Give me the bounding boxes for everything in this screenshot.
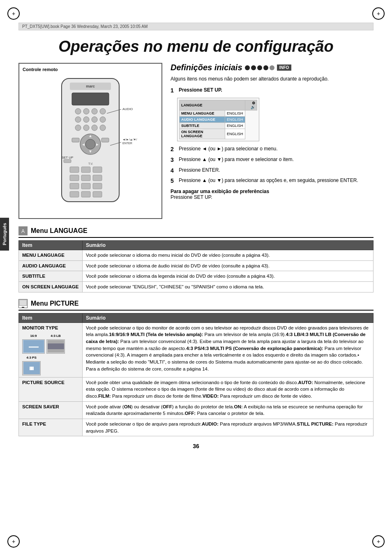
setup-row-onscreen: ON SCREEN LANGUAGE ENGLISH xyxy=(180,129,257,139)
picture-table-header-summary: Sumário xyxy=(83,313,374,322)
step-1: 1 Pressione SET UP. xyxy=(171,87,374,95)
dot-2 xyxy=(251,65,256,70)
dot-indicators xyxy=(245,65,274,70)
svg-point-4 xyxy=(75,108,81,114)
svg-point-14 xyxy=(92,125,97,131)
svg-rect-52 xyxy=(48,343,64,349)
svg-rect-24 xyxy=(72,138,79,142)
picture-desc-2: Você pode ativar (ON) ou desativar (OFF)… xyxy=(83,401,374,419)
step-2: 2 Pressione ◄ (ou ►) para selecionar o m… xyxy=(171,145,374,154)
svg-rect-3 xyxy=(72,93,109,105)
svg-point-11 xyxy=(100,117,106,122)
svg-point-6 xyxy=(92,108,97,114)
language-desc-2: Você pode selecionar o idioma da legenda… xyxy=(83,271,374,282)
picture-icon: ▬ xyxy=(18,299,28,308)
step-3: 3 Pressione ▲ (ou ▼) para mover e seleci… xyxy=(171,156,374,164)
picture-desc-1: Você pode obter uma qualidade de imagem … xyxy=(83,377,374,401)
svg-text:▬▬▬: ▬▬▬ xyxy=(29,345,39,348)
svg-point-15 xyxy=(100,125,106,131)
svg-rect-31 xyxy=(70,167,79,173)
svg-rect-41 xyxy=(81,191,90,197)
svg-point-10 xyxy=(92,117,97,122)
svg-rect-33 xyxy=(93,167,102,173)
svg-rect-36 xyxy=(93,175,102,181)
svg-point-19 xyxy=(85,139,95,149)
svg-rect-32 xyxy=(81,167,90,173)
svg-rect-39 xyxy=(93,183,102,189)
language-section-heading: A Menu LANGUAGE xyxy=(18,226,374,238)
dot-3 xyxy=(257,65,262,70)
remote-box-title: Controle remoto xyxy=(23,67,158,72)
picture-item-2: SCREEN SAVER xyxy=(19,401,83,419)
svg-rect-34 xyxy=(70,175,79,181)
svg-point-13 xyxy=(83,125,89,131)
definitions-title: Definições iniciais INFO xyxy=(171,63,374,72)
setup-row-menu: MENU LANGUAGE ENGLISH xyxy=(180,111,257,117)
language-tab: Português xyxy=(0,218,9,251)
setup-table-header: LANGUAGE xyxy=(180,100,245,111)
setup-row-audio: AUDIO LANGUAGE ENGLISH xyxy=(180,117,257,123)
dot-1 xyxy=(245,65,250,70)
picture-table-row: SCREEN SAVERVocê pode ativar (ON) ou des… xyxy=(19,401,374,419)
language-table-row: AUDIO LANGUAGEVocê pode selecionar o idi… xyxy=(19,260,374,271)
def-intro-text: Alguns itens nos menus não podem ser alt… xyxy=(171,76,374,83)
svg-rect-40 xyxy=(70,191,79,197)
setup-table: LANGUAGE ⚙ 🔊 MENU LANGUAGE ENGLISH AUDIO… xyxy=(179,100,257,139)
page-number: 36 xyxy=(0,443,392,449)
svg-text:A: A xyxy=(21,228,25,234)
svg-text:marc: marc xyxy=(86,84,95,88)
page-title: Operações no menu de configuração xyxy=(18,38,374,55)
language-table-header-summary: Sumário xyxy=(83,241,374,250)
svg-text:ENTER: ENTER xyxy=(122,142,132,145)
para-apagar: Para apagar uma exibição de preferências… xyxy=(171,189,374,200)
remote-control-box: Controle remoto marc xyxy=(18,63,162,219)
language-desc-1: Você pode selecionar o idioma de áudio i… xyxy=(83,260,374,271)
language-desc-0: Você pode selecionar o idioma do menu in… xyxy=(83,250,374,261)
language-item-0: MENU LANGUAGE xyxy=(19,250,83,261)
svg-text:▼: ▼ xyxy=(88,149,92,154)
svg-rect-27 xyxy=(64,159,71,163)
step-4: 4 Pressione ENTER. xyxy=(171,167,374,175)
picture-section-heading: ▬ Menu PICTURE xyxy=(18,299,374,311)
step-5: 5 Pressione ▲ (ou ▼) para selecionar as … xyxy=(171,177,374,185)
step-list-2: 2 Pressione ◄ (ou ►) para selecionar o m… xyxy=(171,145,374,185)
svg-text:SET UP: SET UP xyxy=(62,156,74,159)
picture-menu-title: Menu PICTURE xyxy=(31,300,78,307)
svg-text:T.V.: T.V. xyxy=(88,162,93,165)
language-table-row: ON SCREEN LANGUAGEVocê pode selecionar "… xyxy=(19,282,374,292)
language-table-header-item: Item xyxy=(19,241,83,250)
language-table-row: MENU LANGUAGEVocê pode selecionar o idio… xyxy=(19,250,374,261)
dot-4 xyxy=(263,65,268,70)
picture-item-0: MONITOR TYPE 16:9 ▬▬▬ 4:3 LB 4:3 PS xyxy=(19,322,83,377)
picture-table: Item Sumário MONITOR TYPE 16:9 ▬▬▬ 4:3 L… xyxy=(18,313,374,437)
svg-rect-42 xyxy=(93,191,102,197)
svg-point-8 xyxy=(75,117,81,122)
svg-point-7 xyxy=(100,108,106,114)
language-desc-3: Você pode selecionar "ENGLISH", "CHINESE… xyxy=(83,282,374,292)
svg-point-12 xyxy=(75,125,81,131)
svg-text:▬: ▬ xyxy=(22,306,24,308)
picture-table-row: PICTURE SOURCEVocê pode obter uma qualid… xyxy=(19,377,374,401)
setup-screen: LANGUAGE ⚙ 🔊 MENU LANGUAGE ENGLISH AUDIO… xyxy=(177,98,259,141)
picture-desc-0: Você pode selecionar o tipo do monitor d… xyxy=(83,322,374,377)
page-header: PT_DXT5[UW].book Page 36 Wednesday, Marc… xyxy=(18,23,374,30)
svg-rect-38 xyxy=(81,183,90,189)
picture-item-1: PICTURE SOURCE xyxy=(19,377,83,401)
picture-table-row: MONITOR TYPE 16:9 ▬▬▬ 4:3 LB 4:3 PS xyxy=(19,322,374,377)
svg-point-5 xyxy=(83,108,89,114)
corner-mark-bl xyxy=(7,535,20,548)
language-item-3: ON SCREEN LANGUAGE xyxy=(19,282,83,292)
language-item-2: SUBTITLE xyxy=(19,271,83,282)
svg-text:◄/►/▲/▼/: ◄/►/▲/▼/ xyxy=(122,138,137,141)
remote-svg: marc xyxy=(41,76,140,208)
picture-desc-3: Você pode selecionar o tipo de arquivo p… xyxy=(83,419,374,436)
dot-5 xyxy=(270,65,274,70)
picture-table-row: FILE TYPEVocê pode selecionar o tipo de … xyxy=(19,419,374,436)
svg-text:▲: ▲ xyxy=(88,134,92,138)
language-icon: A xyxy=(18,226,28,235)
corner-mark-br xyxy=(372,535,385,548)
info-badge: INFO xyxy=(277,64,292,71)
step-list: 1 Pressione SET UP. xyxy=(171,87,374,95)
svg-text:►: ► xyxy=(95,142,99,147)
definitions-section: Definições iniciais INFO Alguns itens no… xyxy=(171,63,374,219)
